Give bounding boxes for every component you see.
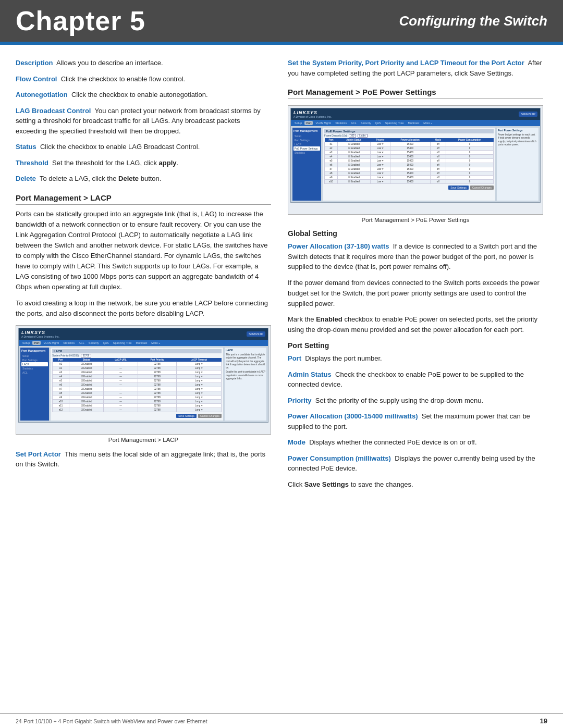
table-row: e11☑ Enabled—32768Long ▾ <box>53 403 222 408</box>
mode-term: Mode <box>288 438 305 446</box>
save-settings-button[interactable]: Save Settings <box>176 414 197 418</box>
power-body3: Mark the Enabled checkbox to enable PoE … <box>288 314 543 335</box>
system-priority-heading: Set the System Priority, Port Priority a… <box>288 59 524 67</box>
poe-sidebar-title: Port Management <box>293 129 320 132</box>
table-row: e4☑ EnabledLow ▾15400off0 <box>325 155 494 159</box>
table-row: e2☑ Enabled—32768Long ▾ <box>53 366 222 370</box>
enabled-bold: Enabled <box>316 315 342 323</box>
nav-port[interactable]: Port <box>32 341 41 345</box>
lacp-linksys-ui: LINKSYS A Division of Cisco Systems, Inc… <box>18 328 268 423</box>
power-alloc2-term: Power Allocation (3000-15400 milliwatts) <box>288 412 418 420</box>
poe-th-port: Port <box>325 138 338 142</box>
power-consumption-term: Power Consumption (milliwatts) <box>288 454 391 462</box>
power-alloc-term: Power Allocation (37-180) watts <box>288 242 389 250</box>
nav-security[interactable]: Security <box>87 341 101 345</box>
table-row: e8☑ EnabledLow ▾15400off0 <box>325 171 494 176</box>
autoneg-text: Click the checkbox to enable autonegotia… <box>71 91 208 98</box>
poe-nav-more[interactable]: More » <box>422 121 434 125</box>
set-port-actor-term: Set Port Actor <box>16 450 61 458</box>
nav-stats[interactable]: Statistics <box>62 341 76 345</box>
poe-nav-acl[interactable]: ACL <box>349 121 358 125</box>
lacp-th-port: Port <box>53 358 69 362</box>
port-text: Displays the port number. <box>305 354 382 362</box>
flow-control-term: Flow Control <box>16 75 57 83</box>
nav-multicast[interactable]: Multicast <box>134 341 149 345</box>
lacp-body1: Ports can be statically grouped into an … <box>16 209 271 293</box>
port-term: Port <box>288 354 301 362</box>
description-term: Description <box>16 59 53 67</box>
threshold-term: Threshold <box>16 159 48 167</box>
poe-ui-logo: LINKSYS A Division of Cisco Systems, Inc… <box>293 110 332 118</box>
power-alloc2-para: Power Allocation (3000-15400 milliwatts)… <box>288 411 543 431</box>
lacp-ui-logo: LINKSYS A Division of Cisco Systems, Inc… <box>21 330 59 338</box>
poe-ui-nav: Setup Port VLAN Mgmt Statistics ACL Secu… <box>291 120 540 126</box>
table-row: e4☑ Enabled—32768Long ▾ <box>53 374 222 378</box>
admin-para: Admin Status Check the checkbox to enabl… <box>288 369 543 390</box>
poe-nav-stats[interactable]: Statistics <box>334 121 348 125</box>
main-content: Description Allows you to describe an in… <box>0 45 563 505</box>
nav-qos[interactable]: QoS <box>102 341 111 345</box>
poe-screenshot-box: LINKSYS A Division of Cisco Systems, Inc… <box>288 105 543 215</box>
save-text: Click Save Settings to save the changes. <box>288 479 543 490</box>
page-footer: 24-Port 10/100 + 4-Port Gigabit Switch w… <box>0 713 563 728</box>
apply-bold: apply <box>159 159 177 167</box>
lacp-th-timeout: LACP Timeout <box>177 358 222 362</box>
status-term: Status <box>16 143 36 151</box>
poe-cancel-changes-button[interactable]: Cancel Changes <box>470 186 494 190</box>
priority-text: Set the priority of the supply using the… <box>315 397 483 404</box>
left-column: Description Allows you to describe an in… <box>16 58 271 495</box>
poe-th-power-alloc: Power Allocation <box>390 138 430 142</box>
mode-text: Displays whether the connected PoE devic… <box>309 438 476 446</box>
poe-sidebar-port-settings[interactable]: Port Settings <box>293 138 320 142</box>
cancel-changes-button[interactable]: Cancel Changes <box>198 414 222 418</box>
admin-term: Admin Status <box>288 371 332 378</box>
sidebar-acl[interactable]: ACL <box>21 371 48 375</box>
poe-save-settings-button[interactable]: Save Settings <box>448 186 469 190</box>
table-row: e5☑ Enabled—32768Long ▾ <box>53 378 222 382</box>
poe-sidebar-setup[interactable]: Setup <box>293 134 320 138</box>
lacp-table: Port Status LACP URL Port Priority LACP … <box>52 358 222 412</box>
priority-term: Priority <box>288 397 312 404</box>
poe-nav-multicast[interactable]: Multicast <box>407 121 421 125</box>
table-row: e8☑ Enabled—32768Long ▾ <box>53 391 222 395</box>
lag-broadcast-para: LAG Broadcast Control You can protect yo… <box>16 106 271 137</box>
delete-bold: Delete <box>118 175 139 182</box>
poe-nav-spanning[interactable]: Spanning Tree <box>384 121 406 125</box>
sidebar-setup[interactable]: Setup <box>21 354 48 358</box>
poe-table: Port Admin Status Priority Power Allocat… <box>324 138 494 184</box>
nav-acl[interactable]: ACL <box>77 341 86 345</box>
power-consumption-para: Power Consumption (milliwatts) Displays … <box>288 453 543 474</box>
poe-sidebar-lacp[interactable]: LACP <box>293 142 320 146</box>
nav-more[interactable]: More » <box>150 341 162 345</box>
sidebar-lacp[interactable]: LACP <box>21 362 48 366</box>
sidebar-title: Port Management <box>21 349 48 352</box>
poe-sidebar-statistics[interactable]: Statistics <box>293 151 320 155</box>
sidebar-port-settings[interactable]: Port Settings <box>21 358 48 362</box>
global-setting-heading: Global Setting <box>288 229 543 238</box>
lacp-right-panel: LACP This port is a candidate that is el… <box>225 348 266 421</box>
poe-nav-qos[interactable]: QoS <box>374 121 383 125</box>
table-row: e12☑ Enabled—32768Long ▾ <box>53 408 222 412</box>
lacp-ui-nav: Setup Port VLAN Mgmt Statistics ACL Secu… <box>19 340 268 346</box>
nav-spanning[interactable]: Spanning Tree <box>112 341 133 345</box>
autoneg-para: Autonegotiation Click the checkbox to en… <box>16 90 271 100</box>
page-wrapper: Chapter 5 Configuring the Switch Descrip… <box>0 0 563 728</box>
poe-right-panel: Port Power Settings Power budget setting… <box>497 128 538 201</box>
nav-setup[interactable]: Setup <box>21 341 31 345</box>
poe-linksys-logo-text: LINKSYS <box>293 110 317 115</box>
poe-buttons: Save Settings Cancel Changes <box>324 186 494 190</box>
table-row: e7☑ EnabledLow ▾15400off0 <box>325 167 494 171</box>
system-priority-para: Set the System Priority, Port Priority a… <box>288 58 543 78</box>
lacp-ui-header: LINKSYS A Division of Cisco Systems, Inc… <box>19 328 268 340</box>
poe-nav-port[interactable]: Port <box>304 121 313 125</box>
mode-para: Mode Displays whether the connected PoE … <box>288 437 543 448</box>
poe-sidebar-poe[interactable]: PoE Power Settings <box>293 146 320 151</box>
poe-nav-security[interactable]: Security <box>359 121 373 125</box>
poe-section-title: PoE Power Settings <box>324 129 494 133</box>
poe-nav-setup[interactable]: Setup <box>293 121 303 125</box>
footer-page-number: 19 <box>540 717 547 725</box>
sidebar-statistics[interactable]: Statistics <box>21 366 48 371</box>
lacp-screenshot-box: LINKSYS A Division of Cisco Systems, Inc… <box>16 325 271 435</box>
nav-vlan[interactable]: VLAN Mgmt <box>42 341 60 345</box>
poe-nav-vlan[interactable]: VLAN Mgmt <box>314 121 333 125</box>
